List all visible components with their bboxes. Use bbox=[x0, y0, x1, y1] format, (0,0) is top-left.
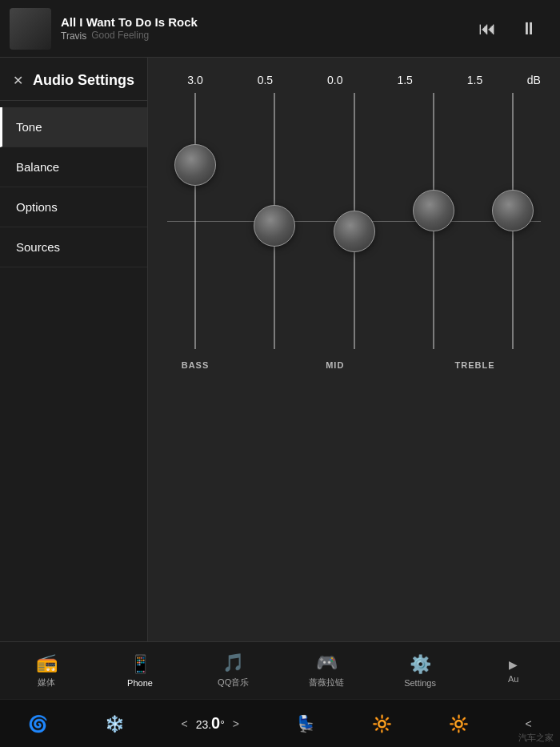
nav-item-settings[interactable]: ⚙️ Settings bbox=[374, 654, 467, 688]
eq-value-1: 0.5 bbox=[237, 74, 293, 86]
player-controls: ⏮ ⏸ bbox=[478, 18, 538, 39]
climate-bar: 🌀 ❄️ < 23.0° > 💺 🔆 🔆 < bbox=[0, 699, 560, 747]
track-title: All I Want To Do Is Rock bbox=[61, 15, 478, 29]
track-artist: Travis bbox=[61, 30, 86, 42]
fan-mid-icon: ❄️ bbox=[105, 714, 125, 733]
slider-knob-treble[interactable] bbox=[492, 190, 534, 231]
eq-band-labels: BASS MID TREBLE bbox=[167, 360, 541, 370]
track-info: All I Want To Do Is Rock Travis Good Fee… bbox=[61, 15, 478, 42]
bottom-nav: 📻 媒体 📱 Phone 🎵 QQ音乐 🎮 蔷薇拉链 ⚙️ Settings ▶… bbox=[0, 641, 560, 699]
eq-value-3: 1.5 bbox=[377, 74, 433, 86]
band-label-spacer bbox=[517, 360, 541, 370]
sidebar-nav: Tone Balance Options Sources bbox=[0, 101, 147, 267]
sidebar-item-sources[interactable]: Sources bbox=[0, 227, 147, 267]
eq-slider-track-bass2[interactable] bbox=[246, 93, 302, 349]
eq-value-2: 0.0 bbox=[307, 74, 363, 86]
phone-icon: 📱 bbox=[130, 654, 151, 675]
nav-label-settings: Settings bbox=[404, 678, 436, 688]
climate-item-fan-left[interactable]: 🌀 bbox=[28, 714, 48, 733]
settings-icon: ⚙️ bbox=[410, 654, 431, 675]
fan-left-icon: 🌀 bbox=[28, 714, 48, 733]
pause-button[interactable]: ⏸ bbox=[520, 18, 538, 39]
sidebar-item-tone[interactable]: Tone bbox=[0, 107, 147, 147]
main-content: ✕ Audio Settings Tone Balance Options So… bbox=[0, 58, 560, 641]
nav-item-radio[interactable]: 📻 媒体 bbox=[0, 653, 94, 689]
audio-panel: 3.0 0.5 0.0 1.5 1.5 dB BASS MID TREBLE bbox=[148, 58, 560, 641]
nav-item-qqmusic[interactable]: 🎵 QQ音乐 bbox=[186, 653, 280, 689]
eq-sliders bbox=[167, 93, 541, 349]
sidebar-title: Audio Settings bbox=[33, 72, 134, 89]
nav-label-radio: 媒体 bbox=[38, 677, 55, 689]
nav-item-auto[interactable]: ▶ Au bbox=[466, 658, 560, 684]
band-label-mid: MID bbox=[307, 360, 363, 370]
qqmusic-icon: 🎵 bbox=[222, 653, 244, 673]
climate-temp-value: 23.0° bbox=[193, 714, 228, 733]
nav-label-phone: Phone bbox=[127, 678, 153, 688]
climate-right-arrow[interactable]: < bbox=[525, 717, 531, 730]
slider-knob-bass2[interactable] bbox=[254, 205, 295, 247]
top-bar: All I Want To Do Is Rock Travis Good Fee… bbox=[0, 0, 560, 58]
sidebar-item-balance[interactable]: Balance bbox=[0, 147, 147, 187]
radio-icon: 📻 bbox=[36, 653, 58, 673]
rear-heat2-icon: 🔆 bbox=[449, 714, 469, 733]
watermark: 汽车之家 bbox=[518, 732, 554, 744]
nav-label-qianma: 蔷薇拉链 bbox=[309, 677, 344, 689]
db-unit-label: dB bbox=[517, 74, 541, 86]
close-button[interactable]: ✕ bbox=[13, 73, 23, 88]
climate-item-fan-mid[interactable]: ❄️ bbox=[105, 714, 125, 733]
auto-icon: ▶ bbox=[509, 658, 518, 671]
prev-button[interactable]: ⏮ bbox=[478, 18, 496, 39]
rear-heat1-icon: 🔆 bbox=[372, 714, 392, 733]
climate-item-rear-heat1[interactable]: 🔆 bbox=[372, 714, 392, 733]
band-label-empty1 bbox=[237, 360, 293, 370]
slider-knob-mid1[interactable] bbox=[334, 211, 375, 252]
nav-label-auto: Au bbox=[508, 674, 518, 684]
band-label-bass: BASS bbox=[167, 360, 223, 370]
slider-knob-bass1[interactable] bbox=[174, 144, 216, 186]
band-label-treble: TREBLE bbox=[447, 360, 503, 370]
seat-icon: 💺 bbox=[296, 714, 316, 733]
nav-item-phone[interactable]: 📱 Phone bbox=[94, 654, 187, 688]
nav-label-qqmusic: QQ音乐 bbox=[218, 677, 249, 689]
album-art bbox=[10, 8, 51, 50]
qianma-icon: 🎮 bbox=[316, 653, 338, 673]
sidebar-header: ✕ Audio Settings bbox=[0, 58, 147, 101]
sidebar: ✕ Audio Settings Tone Balance Options So… bbox=[0, 58, 148, 641]
climate-item-rear-heat2[interactable]: 🔆 bbox=[449, 714, 469, 733]
eq-values-row: 3.0 0.5 0.0 1.5 1.5 dB bbox=[167, 74, 541, 86]
band-label-empty2 bbox=[377, 360, 433, 370]
eq-value-0: 3.0 bbox=[167, 74, 223, 86]
temp-left-arrow[interactable]: < bbox=[182, 717, 188, 730]
climate-item-arrow[interactable]: < bbox=[525, 717, 531, 730]
eq-value-4: 1.5 bbox=[447, 74, 503, 86]
temp-right-arrow[interactable]: > bbox=[233, 717, 239, 730]
track-sub: Good Feeling bbox=[91, 30, 149, 41]
climate-item-seat[interactable]: 💺 bbox=[296, 714, 316, 733]
nav-item-qianma[interactable]: 🎮 蔷薇拉链 bbox=[280, 653, 374, 689]
sidebar-item-options[interactable]: Options bbox=[0, 187, 147, 227]
climate-temp-control[interactable]: < 23.0° > bbox=[182, 714, 239, 733]
slider-knob-mid2[interactable] bbox=[413, 190, 454, 231]
